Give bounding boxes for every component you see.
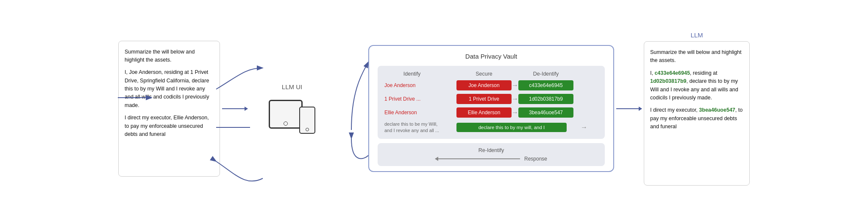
identify-row1: Joe Anderson [384,82,440,88]
token-row2: 1d02b03817b9 [518,94,573,104]
right-para2-token1: c433e64e6945 [654,70,690,76]
reidentify-label: Re-Identify [384,147,598,153]
secure-btn-text: declare this to by my will, and I [456,123,567,132]
tablet-icon [269,100,303,129]
identify-row3: Ellie Anderson [384,110,440,116]
deidentify-header: De-Identify [518,71,573,77]
token-row1: c433e64e6945 [518,80,573,90]
left-para1: Summarize the will below and highlight t… [125,48,214,65]
right-text-box: Summarize the will below and highlight t… [644,41,750,186]
response-row: Response [384,156,598,162]
left-para2: I, Joe Anderson, residing at 1 Privet Dr… [125,68,214,110]
llm-ui-section: LLM UI [250,83,334,134]
secure-btn-row2: 1 Privet Drive [456,94,512,104]
right-para3-prefix: I direct my executor, [650,107,699,113]
right-para2-prefix: I, [650,70,654,76]
secure-btn-row3: Ellie Anderson [456,107,512,118]
token-row3: 3bea46uoe547 [518,107,573,118]
left-text-box: Summarize the will below and highlight t… [118,41,220,177]
phone-icon [299,107,315,134]
identify-row2: 1 Privet Drive ... [384,96,440,102]
llm-label-right: LLM [690,31,703,39]
right-para3: I direct my executor, 3bea46uoe547, to p… [650,106,743,131]
right-para3-token3: 3bea46uoe547 [699,107,735,113]
vault-lower: Re-Identify Response [378,143,605,166]
identify-text-block: declare this to be my Will, and I revoke… [384,121,440,134]
vault-container: Data Privacy Vault Identify Secure De-Id… [368,45,614,172]
left-para3: I direct my executor, Ellie Anderson, to… [125,114,214,138]
secure-header: Secure [456,71,512,77]
right-para2-mid1: , residing at [690,70,718,76]
secure-btn-row1: Joe Anderson [456,80,512,90]
right-para2-token2: 1d02b03817b9 [650,78,686,84]
vault-title: Data Privacy Vault [378,53,605,60]
response-label: Response [524,156,547,162]
device-icon [269,96,315,134]
vault-upper: Identify Secure De-Identify Joe Anderson… [378,66,605,139]
llm-ui-label: LLM UI [282,83,302,90]
right-para2: I, c433e64e6945, residing at 1d02b03817b… [650,69,743,102]
identify-header: Identify [384,71,440,77]
right-para1: Summarize the will below and highlight t… [650,48,743,65]
